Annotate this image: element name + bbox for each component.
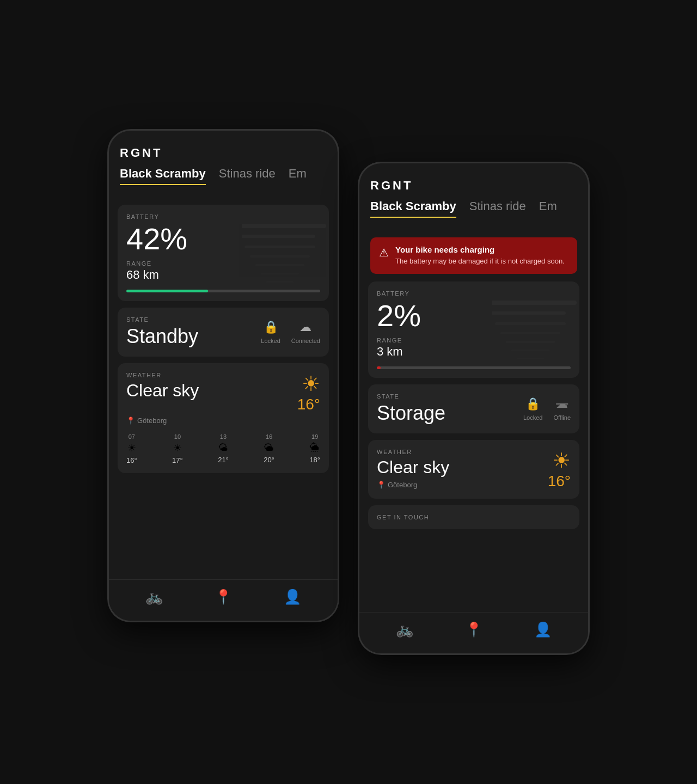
forecast-16-1: 16 🌥 20° — [264, 433, 274, 464]
sun-icon-2: ☀ — [548, 449, 571, 473]
location-pin-icon-2: 📍 — [377, 481, 386, 489]
weather-temp-1: 16° — [297, 396, 320, 413]
forecast-13-1: 13 🌤 21° — [218, 433, 229, 464]
bike-svg-1 — [242, 207, 329, 295]
tab-stinas-ride-1[interactable]: Stinas ride — [219, 167, 276, 185]
forecast-07-1: 07 ☀ 16° — [126, 433, 137, 464]
svg-rect-15 — [522, 365, 539, 366]
state-left-1: STATE Standby — [126, 316, 261, 348]
battery-bar-fill-2 — [377, 366, 381, 369]
weather-desc-1: Clear sky — [126, 381, 199, 401]
state-icons-2: 🔒 Locked ☁ Offline — [523, 397, 571, 421]
tabs-2: Black Scramby Stinas ride Em — [359, 199, 588, 218]
tab-stinas-ride-2[interactable]: Stinas ride — [469, 199, 526, 218]
bottom-nav-2: 🚲 📍 👤 — [359, 612, 588, 653]
tab-em-2[interactable]: Em — [539, 199, 557, 218]
svg-rect-0 — [242, 224, 326, 228]
tabs-1: Black Scramby Stinas ride Em — [109, 167, 338, 185]
nav-user-1[interactable]: 👤 — [284, 589, 301, 605]
forecast-temp-10-1: 17° — [172, 456, 183, 464]
weather-top-2: WEATHER Clear sky 📍 Göteborg ☀ 16° — [377, 449, 571, 490]
svg-rect-14 — [517, 358, 544, 359]
battery-bar-fill-1 — [126, 290, 208, 292]
forecast-10-1: 10 ☀ 17° — [172, 433, 183, 464]
location-pin-icon-1: 📍 — [126, 416, 135, 425]
forecast-19-1: 19 🌦 18° — [309, 433, 320, 464]
location-city-1: Göteborg — [137, 416, 167, 425]
bike-svg-2 — [492, 284, 579, 371]
state-icons-1: 🔒 Locked ☁ Connected — [261, 320, 320, 344]
state-card-1: STATE Standby 🔒 Locked ☁ Connected — [118, 308, 329, 357]
forecast-temp-07-1: 16° — [126, 456, 137, 464]
forecast-icon-13-1: 🌤 — [218, 442, 228, 454]
offline-icon-item-2: ☁ Offline — [553, 397, 571, 421]
svg-rect-7 — [272, 288, 288, 290]
forecast-temp-13-1: 21° — [218, 456, 229, 464]
battery-card-2: BATTERY 2% RANGE 3 km — [368, 281, 579, 378]
svg-rect-11 — [500, 332, 560, 334]
weather-location-2: 📍 Göteborg — [377, 481, 449, 489]
phone-2: RGNT Black Scramby Stinas ride Em ⚠ Your… — [359, 163, 588, 653]
svg-rect-5 — [261, 273, 299, 274]
forecast-time-19-1: 19 — [311, 433, 318, 440]
state-left-2: STATE Storage — [377, 393, 523, 425]
tab-black-scramby-2[interactable]: Black Scramby — [370, 199, 456, 218]
svg-rect-1 — [242, 235, 315, 238]
phone-1-inner: RGNT Black Scramby Stinas ride Em — [109, 131, 338, 621]
svg-rect-9 — [492, 311, 566, 315]
get-in-touch-label-2: GET IN TOUCH — [377, 514, 571, 520]
bottom-nav-1: 🚲 📍 👤 — [109, 579, 338, 621]
logo-1: RGNT — [109, 131, 338, 167]
lock-icon-2: 🔒 — [525, 397, 540, 411]
weather-right-2: ☀ 16° — [548, 449, 571, 490]
weather-left-2: WEATHER Clear sky 📍 Göteborg — [377, 449, 449, 489]
svg-rect-4 — [255, 264, 304, 266]
alert-banner-2: ⚠ Your bike needs charging The battery m… — [370, 237, 577, 274]
sun-icon-1: ☀ — [297, 372, 320, 396]
weather-top-1: WEATHER Clear sky ☀ 16° — [126, 372, 320, 413]
battery-card-1: BATTERY 42% RANGE 68 km — [118, 205, 329, 301]
cloud-label-1: Connected — [291, 338, 320, 344]
phone-2-content: ⚠ Your bike needs charging The battery m… — [359, 226, 588, 612]
tab-black-scramby-1[interactable]: Black Scramby — [120, 167, 206, 185]
weather-left-1: WEATHER Clear sky — [126, 372, 199, 401]
alert-warning-icon-2: ⚠ — [379, 246, 389, 259]
nav-bike-1[interactable]: 🚲 — [145, 589, 163, 605]
weather-label-1: WEATHER — [126, 372, 199, 378]
svg-rect-2 — [244, 246, 315, 248]
weather-label-2: WEATHER — [377, 449, 449, 455]
weather-right-1: ☀ 16° — [297, 372, 320, 413]
forecast-icon-19-1: 🌦 — [310, 442, 320, 454]
tab-em-1[interactable]: Em — [289, 167, 307, 185]
svg-rect-12 — [506, 341, 555, 343]
weather-temp-2: 16° — [548, 473, 571, 490]
logo-2: RGNT — [359, 163, 588, 199]
forecast-icon-16-1: 🌥 — [264, 442, 274, 454]
weather-card-1: WEATHER Clear sky ☀ 16° 📍 Göteborg — [118, 363, 329, 473]
nav-bike-2[interactable]: 🚲 — [396, 621, 413, 638]
state-inner-1: STATE Standby 🔒 Locked ☁ Connected — [126, 316, 320, 348]
bike-illustration-2 — [492, 281, 579, 378]
alert-body-2: The battery may be damaged if it is not … — [395, 256, 565, 266]
forecast-temp-16-1: 20° — [264, 456, 274, 464]
lock-icon-item-1: 🔒 Locked — [261, 320, 280, 344]
phone-1: RGNT Black Scramby Stinas ride Em — [109, 131, 338, 621]
phone-2-inner: RGNT Black Scramby Stinas ride Em ⚠ Your… — [359, 163, 588, 653]
state-inner-2: STATE Storage 🔒 Locked ☁ Offline — [377, 393, 571, 425]
state-value-1: Standby — [126, 325, 261, 348]
forecast-time-07-1: 07 — [129, 433, 135, 440]
phone-1-content: BATTERY 42% RANGE 68 km STATE Standby — [109, 194, 338, 579]
svg-rect-6 — [266, 281, 294, 283]
nav-user-2[interactable]: 👤 — [534, 621, 552, 638]
nav-map-2[interactable]: 📍 — [465, 621, 482, 638]
forecast-time-10-1: 10 — [174, 433, 181, 440]
offline-label-2: Offline — [553, 414, 571, 421]
offline-icon-2: ☁ — [556, 397, 568, 411]
forecast-icon-07-1: ☀ — [127, 442, 136, 454]
forecast-row-1: 07 ☀ 16° 10 ☀ 17° 13 🌤 21° — [126, 433, 320, 464]
weather-desc-2: Clear sky — [377, 457, 449, 477]
lock-icon-item-2: 🔒 Locked — [523, 397, 542, 421]
weather-location-1: 📍 Göteborg — [126, 416, 320, 425]
lock-icon-1: 🔒 — [264, 320, 278, 334]
nav-map-1[interactable]: 📍 — [215, 589, 232, 605]
